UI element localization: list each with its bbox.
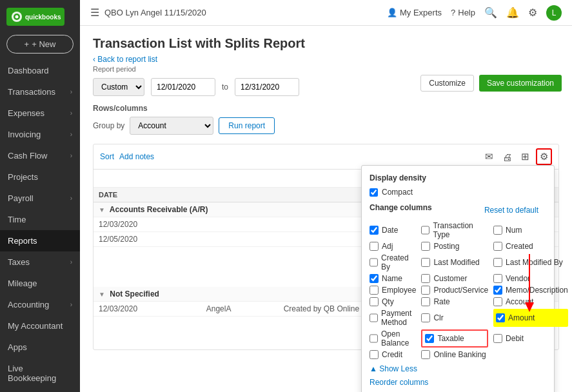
sidebar-item-expenses[interactable]: Expenses › (0, 103, 80, 124)
sidebar-item-transactions[interactable]: Transactions › (0, 81, 80, 103)
col-product-service: Product/Service (421, 286, 488, 295)
sidebar-logo: quickbooks (0, 0, 80, 31)
customize-save-row: Customize Save customization (420, 75, 562, 92)
col-adj: Adj (370, 242, 416, 251)
print-icon-btn[interactable]: 🖨 (500, 148, 515, 165)
gear-icon[interactable]: ⚙ (528, 6, 537, 19)
col-clr-checkbox[interactable] (421, 313, 430, 322)
col-open-balance: Open Balance (370, 329, 416, 348)
group-by-select[interactable]: Account (130, 117, 213, 135)
my-experts-link[interactable]: 👤 My Experts (387, 8, 442, 17)
col-open-balance-checkbox[interactable] (370, 334, 378, 343)
col-rate-checkbox[interactable] (421, 297, 430, 306)
compact-checkbox[interactable] (370, 188, 378, 197)
group-row: Group by Account Run report (93, 117, 559, 135)
sort-link[interactable]: Sort (100, 152, 114, 161)
customize-button[interactable]: Customize (420, 75, 474, 92)
sidebar-item-payroll[interactable]: Payroll › (0, 188, 80, 209)
col-account-checkbox[interactable] (493, 297, 502, 306)
sidebar-item-projects[interactable]: Projects (0, 166, 80, 188)
email-icon-btn[interactable]: ✉ (482, 148, 496, 165)
col-memo-desc-checkbox[interactable] (493, 286, 502, 295)
date-from-input[interactable] (151, 78, 215, 96)
col-date-checkbox[interactable] (370, 226, 379, 235)
sidebar-item-invoicing[interactable]: Invoicing › (0, 124, 80, 145)
col-name-checkbox[interactable] (370, 274, 379, 283)
col-employee: Employee (370, 286, 416, 295)
sidebar-item-taxes[interactable]: Taxes › (0, 251, 80, 273)
topbar: ☰ QBO Lyn Angel 11/15/2020 👤 My Experts … (80, 0, 572, 26)
reorder-columns-link[interactable]: Reorder columns (370, 378, 428, 387)
collapse-icon[interactable]: ▼ (99, 206, 105, 213)
chevron-icon: › (70, 301, 72, 308)
col-last-modified-checkbox[interactable] (421, 258, 430, 267)
sidebar-item-time[interactable]: Time (0, 209, 80, 230)
compact-row: Compact (370, 188, 546, 197)
user-avatar[interactable]: L (546, 5, 562, 21)
col-credit-checkbox[interactable] (370, 350, 379, 359)
sidebar-item-apps[interactable]: Apps (0, 337, 80, 358)
col-last-modified-by: Last Modified By (493, 253, 568, 271)
col-last-modified-by-checkbox[interactable] (493, 258, 502, 267)
col-last-modified: Last Modified (421, 253, 488, 271)
sidebar-item-live-bookkeeping[interactable]: Live Bookkeeping (0, 358, 80, 389)
col-taxable-checkbox[interactable] (425, 334, 434, 343)
chevron-icon: › (70, 195, 72, 202)
sidebar-item-reports[interactable]: Reports (0, 230, 80, 251)
settings-icon-btn[interactable]: ⚙ (536, 148, 552, 165)
col-created-checkbox[interactable] (493, 242, 502, 251)
col-payment-method-checkbox[interactable] (370, 313, 378, 322)
run-report-button[interactable]: Run report (219, 117, 275, 134)
col-qty: Qty (370, 297, 416, 306)
page-title: Transaction List with Splits Report (93, 36, 559, 51)
back-to-report-link[interactable]: Back to report list (93, 55, 559, 64)
reset-default-link[interactable]: Reset to default (484, 206, 538, 215)
person-icon: 👤 (387, 8, 397, 17)
sidebar-item-dashboard[interactable]: Dashboard (0, 60, 80, 81)
help-link[interactable]: ? Help (451, 8, 475, 17)
sidebar-item-mileage[interactable]: Mileage (0, 273, 80, 294)
col-taxable: Taxable (421, 329, 488, 348)
main-content: ☰ QBO Lyn Angel 11/15/2020 👤 My Experts … (80, 0, 572, 392)
col-name: Name (370, 274, 416, 283)
col-created-by-checkbox[interactable] (370, 258, 378, 267)
date-cell: 12/03/2020 (94, 217, 364, 232)
col-vendor-checkbox[interactable] (493, 274, 502, 283)
col-debit-checkbox[interactable] (493, 334, 502, 343)
sidebar-item-my-accountant[interactable]: My Accountant (0, 315, 80, 337)
col-transaction-type-checkbox[interactable] (421, 226, 429, 235)
hamburger-icon[interactable]: ☰ (90, 6, 99, 19)
col-product-service-checkbox[interactable] (421, 286, 430, 295)
date-cell: 12/03/2020 (94, 302, 201, 317)
sidebar-item-accounting[interactable]: Accounting › (0, 294, 80, 315)
help-icon: ? (451, 8, 455, 17)
topbar-left: ☰ QBO Lyn Angel 11/15/2020 (90, 6, 206, 19)
name-cell: AngelA (201, 302, 279, 317)
col-qty-checkbox[interactable] (370, 297, 379, 306)
date-range-select[interactable]: Custom (93, 78, 144, 96)
collapse-icon[interactable]: ▼ (99, 291, 105, 298)
display-density-title: Display density (370, 173, 546, 182)
col-amount-checkbox[interactable] (496, 313, 505, 322)
add-notes-link[interactable]: Add notes (119, 152, 154, 161)
col-posting-checkbox[interactable] (421, 242, 430, 251)
bell-icon[interactable]: 🔔 (506, 6, 519, 19)
sidebar-item-cashflow[interactable]: Cash Flow › (0, 145, 80, 166)
col-online-banking-checkbox[interactable] (421, 350, 430, 359)
col-employee-checkbox[interactable] (370, 286, 379, 295)
col-customer-checkbox[interactable] (421, 274, 430, 283)
new-button[interactable]: + + New (6, 35, 74, 54)
search-icon[interactable]: 🔍 (484, 6, 497, 19)
col-vendor: Vendor (493, 274, 568, 283)
col-adj-checkbox[interactable] (370, 242, 379, 251)
date-to-input[interactable] (235, 78, 299, 96)
chevron-icon: › (70, 259, 72, 266)
compact-label: Compact (382, 188, 413, 197)
save-customization-button[interactable]: Save customization (479, 75, 562, 92)
col-num-checkbox[interactable] (493, 226, 502, 235)
show-less-link[interactable]: ▲ Show Less (370, 364, 546, 373)
col-num: Num (493, 221, 568, 239)
col-transaction-type: Transaction Type (421, 221, 488, 239)
col-header-date[interactable]: DATE (94, 188, 364, 202)
export-icon-btn[interactable]: ⊞ (518, 148, 532, 165)
